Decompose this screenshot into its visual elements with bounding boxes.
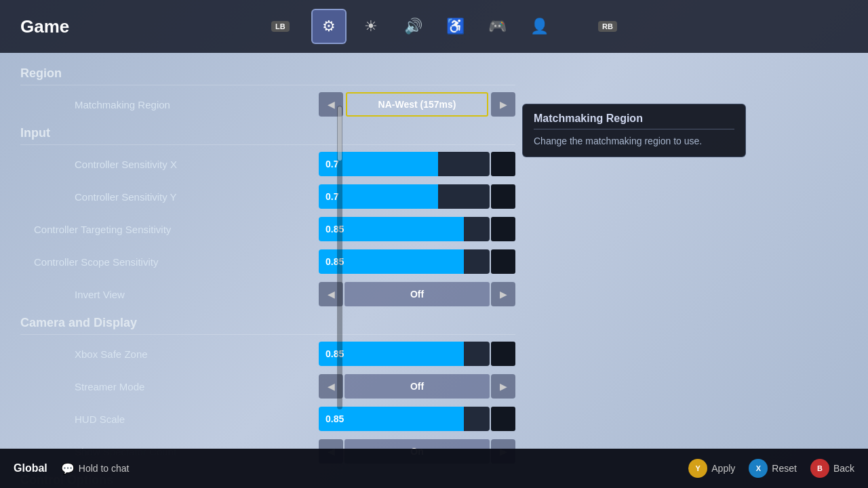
page-title: Game	[20, 16, 69, 37]
b-button[interactable]: B	[810, 459, 829, 478]
streamer-mode-label: Streamer Mode	[20, 381, 144, 392]
controller-sensitivity-x-end	[491, 152, 515, 176]
invert-view-next[interactable]: ▶	[491, 282, 515, 306]
controller-sensitivity-y-label: Controller Sensitivity Y	[20, 191, 177, 203]
global-label: Global	[14, 462, 47, 474]
xbox-safe-zone-end	[491, 342, 515, 366]
controller-sensitivity-x-label: Controller Sensitivity X	[20, 159, 177, 170]
controller-scope-empty	[464, 249, 490, 274]
tooltip-box: Matchmaking Region Change the matchmakin…	[522, 104, 746, 157]
invert-view-value: Off	[344, 282, 490, 306]
controller-sensitivity-y-row: Controller Sensitivity Y 0.7	[20, 180, 515, 213]
apply-action[interactable]: Y Apply	[688, 459, 735, 478]
hud-scale-empty	[464, 407, 490, 431]
nav-brightness[interactable]: ☀	[353, 9, 389, 44]
x-button[interactable]: X	[749, 459, 768, 478]
region-header: Region	[20, 61, 515, 85]
hud-scale-label: HUD Scale	[20, 413, 125, 425]
controller-scope-slider[interactable]: 0.85	[319, 249, 515, 274]
main-content: Region Matchmaking Region ◀ NA-West (157…	[0, 53, 868, 449]
streamer-mode-control: ◀ Off ▶	[319, 374, 515, 399]
scroll-thumb	[338, 106, 342, 161]
hold-to-chat-label: Hold to chat	[79, 463, 130, 474]
bottom-left: Global 💬 Hold to chat	[14, 462, 130, 475]
nav-account[interactable]: 👤	[521, 9, 557, 44]
nav-settings[interactable]: ⚙	[311, 9, 347, 44]
settings-panel: Region Matchmaking Region ◀ NA-West (157…	[0, 61, 529, 449]
matchmaking-region-row: Matchmaking Region ◀ NA-West (157ms) ▶	[20, 88, 515, 121]
y-button[interactable]: Y	[688, 459, 707, 478]
bottom-bar: Global 💬 Hold to chat Y Apply X Reset B …	[0, 449, 868, 488]
matchmaking-region-value: NA-West (157ms)	[346, 92, 488, 117]
hud-scale-slider[interactable]: 0.85	[319, 407, 515, 431]
nav-audio[interactable]: 🔊	[395, 9, 431, 44]
nav-icons: ⚙ ☀ 🔊 ♿ 🎮 👤	[311, 9, 557, 44]
streamer-mode-value: Off	[344, 374, 490, 399]
invert-view-label: Invert View	[20, 289, 125, 300]
input-header: Input	[20, 121, 515, 145]
lb-badge[interactable]: LB	[271, 21, 290, 32]
xbox-safe-zone-empty	[464, 342, 490, 366]
controller-targeting-slider[interactable]: 0.85	[319, 217, 515, 241]
nav-accessibility[interactable]: ♿	[437, 9, 473, 44]
tooltip-description: Change the matchmaking region to use.	[534, 135, 734, 148]
matchmaking-region-next[interactable]: ▶	[491, 92, 515, 117]
matchmaking-region-control: ◀ NA-West (157ms) ▶	[319, 92, 515, 117]
streamer-mode-next[interactable]: ▶	[491, 374, 515, 399]
xbox-safe-zone-slider[interactable]: 0.85	[319, 342, 515, 366]
controller-targeting-label: Controller Targeting Sensitivity	[20, 224, 171, 235]
controller-sensitivity-y-slider[interactable]: 0.7	[319, 184, 515, 209]
controller-targeting-end	[491, 217, 515, 241]
chat-icon: 💬	[61, 462, 75, 475]
controller-sensitivity-y-empty	[438, 184, 490, 209]
controller-sensitivity-x-empty	[438, 152, 490, 176]
top-bar: Game LB ⚙ ☀ 🔊 ♿ 🎮 👤 RB	[0, 0, 868, 53]
controller-targeting-row: Controller Targeting Sensitivity 0.85	[20, 213, 515, 245]
invert-view-control: ◀ Off ▶	[319, 282, 515, 306]
invert-view-row: Invert View ◀ Off ▶	[20, 278, 515, 310]
camera-header: Camera and Display	[20, 310, 515, 335]
apply-label: Apply	[711, 463, 735, 474]
controller-sensitivity-x-slider[interactable]: 0.7	[319, 152, 515, 176]
scrollbar[interactable]	[337, 106, 342, 409]
back-action[interactable]: B Back	[810, 459, 854, 478]
bottom-right: Y Apply X Reset B Back	[688, 459, 854, 478]
hud-scale-filled: 0.85	[319, 407, 464, 431]
streamer-mode-row: Streamer Mode ◀ Off ▶	[20, 370, 515, 403]
back-label: Back	[833, 463, 854, 474]
hud-scale-end	[491, 407, 515, 431]
reset-action[interactable]: X Reset	[749, 459, 797, 478]
nav-controller[interactable]: 🎮	[479, 9, 515, 44]
controller-scope-row: Controller Scope Sensitivity 0.85	[20, 245, 515, 278]
matchmaking-region-label: Matchmaking Region	[20, 99, 170, 110]
controller-targeting-empty	[464, 217, 490, 241]
xbox-safe-zone-row: Xbox Safe Zone 0.85	[20, 338, 515, 370]
controller-sensitivity-y-end	[491, 184, 515, 209]
rb-badge[interactable]: RB	[598, 21, 617, 32]
reset-label: Reset	[772, 463, 797, 474]
xbox-safe-zone-label: Xbox Safe Zone	[20, 348, 148, 360]
controller-scope-end	[491, 249, 515, 274]
controller-scope-label: Controller Scope Sensitivity	[20, 256, 158, 268]
controller-sensitivity-x-row: Controller Sensitivity X 0.7	[20, 148, 515, 180]
tooltip-title: Matchmaking Region	[534, 113, 734, 129]
hold-to-chat-action: 💬 Hold to chat	[61, 462, 130, 475]
hud-scale-row: HUD Scale 0.85	[20, 403, 515, 435]
